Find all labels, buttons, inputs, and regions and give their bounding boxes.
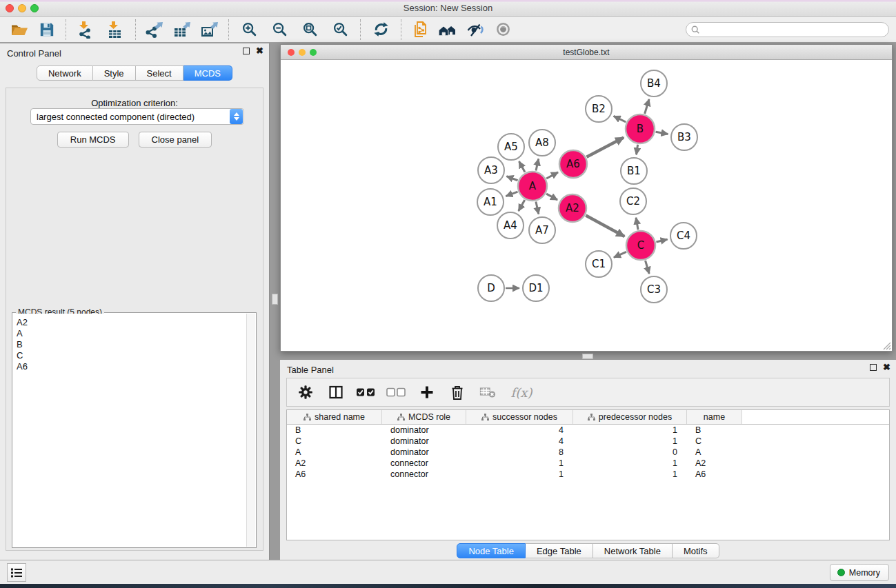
graph-edge-C-C3[interactable] [646, 261, 650, 274]
zoom-out-button[interactable] [264, 19, 295, 41]
tab-style[interactable]: Style [93, 65, 136, 81]
result-item[interactable]: A2 [13, 317, 246, 328]
graph-edge-A6-B[interactable] [586, 138, 624, 157]
open-session-button[interactable] [6, 19, 33, 41]
graph-edge-A-A5[interactable] [519, 161, 525, 172]
column-header-predecessor-nodes[interactable]: predecessor nodes [573, 410, 687, 424]
run-mcds-button[interactable]: Run MCDS [57, 132, 129, 148]
zoom-in-button[interactable] [234, 19, 264, 41]
table-cell[interactable]: C [687, 436, 742, 447]
table-cell[interactable]: A6 [687, 469, 742, 480]
graph-edge-A-A6[interactable] [546, 172, 558, 179]
import-network-button[interactable] [71, 19, 99, 41]
tab-node-table[interactable]: Node Table [457, 543, 526, 558]
search-input[interactable] [703, 23, 888, 36]
table-cell[interactable]: dominator [382, 447, 466, 458]
table-row[interactable]: A6connector11A6 [287, 469, 889, 480]
zoom-fit-button[interactable] [295, 19, 325, 41]
table-cell[interactable]: A2 [287, 458, 382, 469]
graph-node-C4[interactable]: C4 [670, 223, 697, 249]
table-cell[interactable]: 1 [573, 425, 687, 436]
table-cell[interactable]: 1 [573, 458, 687, 469]
show-all-networks-button[interactable] [434, 19, 461, 41]
table-cell[interactable]: 1 [573, 436, 687, 447]
table-cell[interactable]: connector [382, 458, 466, 469]
function-builder-button[interactable]: f(x) [508, 381, 535, 403]
graph-edge-B-B2[interactable] [614, 116, 626, 122]
tab-motifs[interactable]: Motifs [673, 543, 719, 558]
hide-others-button[interactable] [461, 19, 489, 41]
float-table-panel-icon[interactable] [870, 364, 877, 371]
import-table-button[interactable] [99, 19, 130, 41]
result-item[interactable]: A6 [13, 361, 246, 372]
table-cell[interactable]: 4 [466, 425, 573, 436]
tab-mcds[interactable]: MCDS [183, 65, 232, 81]
table-cell[interactable]: dominator [382, 436, 466, 447]
graph-edge-A2-C[interactable] [586, 216, 624, 237]
float-panel-icon[interactable] [243, 48, 250, 54]
graph-node-A1[interactable]: A1 [477, 189, 504, 215]
graph-node-B[interactable]: B [626, 114, 655, 143]
table-cell[interactable]: C [287, 436, 382, 447]
graph-node-B4[interactable]: B4 [641, 70, 667, 97]
graph-edge-A-A4[interactable] [519, 200, 525, 211]
graph-node-D1[interactable]: D1 [523, 275, 549, 301]
graph-node-A4[interactable]: A4 [497, 212, 524, 239]
graph-node-A6[interactable]: A6 [559, 150, 587, 178]
table-cell[interactable]: 1 [466, 458, 573, 469]
graph-node-B1[interactable]: B1 [621, 158, 647, 184]
table-cell[interactable]: 8 [466, 447, 573, 458]
show-column-button[interactable] [326, 381, 346, 403]
graph-node-A[interactable]: A [518, 172, 547, 201]
column-header-name[interactable]: name [687, 410, 742, 424]
export-network-button[interactable] [141, 19, 168, 41]
tab-network-table[interactable]: Network Table [593, 543, 673, 558]
show-view-button[interactable] [489, 19, 517, 41]
export-image-button[interactable] [196, 19, 223, 41]
delete-table-button[interactable] [477, 381, 498, 403]
graph-node-A7[interactable]: A7 [529, 217, 555, 243]
table-cell[interactable]: A [287, 447, 382, 458]
window-resize-grip[interactable] [882, 341, 891, 350]
table-cell[interactable]: A6 [287, 469, 382, 480]
network-window-titlebar[interactable]: testGlobe.txt [281, 45, 892, 60]
table-cell[interactable]: B [687, 425, 742, 436]
close-panel-button[interactable]: Close panel [139, 132, 212, 148]
graph-edge-B-B4[interactable] [645, 99, 649, 114]
graph-edge-A-A2[interactable] [546, 194, 557, 200]
search-field[interactable] [686, 22, 889, 37]
table-row[interactable]: A2connector11A2 [287, 458, 889, 469]
select-all-button[interactable] [356, 381, 377, 403]
graph-node-A8[interactable]: A8 [529, 130, 555, 156]
graph-node-A2[interactable]: A2 [559, 194, 586, 222]
table-cell[interactable]: B [287, 425, 382, 436]
zoom-selected-button[interactable] [325, 19, 355, 41]
tab-edge-table[interactable]: Edge Table [526, 543, 593, 558]
table-cell[interactable]: 1 [466, 469, 573, 480]
graph-edge-C-C4[interactable] [656, 239, 667, 242]
result-item[interactable]: B [13, 339, 246, 350]
network-canvas[interactable]: B4B2BB3A5A8A6A3B1AA1C2A2A4A7C4CC1DD1C3 [281, 60, 892, 351]
graph-edge-B-B1[interactable] [637, 145, 638, 155]
graph-node-D[interactable]: D [478, 275, 504, 301]
optimization-criterion-dropdown[interactable]: largest connected component (directed) [30, 108, 244, 125]
graph-edge-B-B3[interactable] [656, 132, 668, 134]
graph-edge-A-A3[interactable] [506, 176, 517, 181]
table-cell[interactable]: connector [382, 469, 466, 480]
graph-edge-A-A8[interactable] [536, 159, 539, 170]
delete-column-button[interactable] [447, 381, 468, 403]
column-header-shared-name[interactable]: shared name [287, 410, 382, 424]
export-table-button[interactable] [168, 19, 196, 41]
table-row[interactable]: Adominator80A [287, 447, 889, 458]
table-row[interactable]: Cdominator41C [287, 436, 889, 447]
refresh-view-button[interactable] [366, 19, 396, 41]
horizontal-split-handle[interactable] [582, 354, 593, 359]
tab-network[interactable]: Network [37, 65, 93, 81]
close-panel-icon[interactable]: ✖ [256, 48, 263, 54]
result-item[interactable]: C [13, 350, 246, 361]
graph-node-C2[interactable]: C2 [620, 188, 646, 214]
graph-node-C3[interactable]: C3 [641, 276, 667, 303]
memory-button[interactable]: Memory [830, 564, 889, 581]
table-settings-button[interactable] [295, 381, 316, 403]
graph-edge-C-C2[interactable] [636, 218, 638, 230]
